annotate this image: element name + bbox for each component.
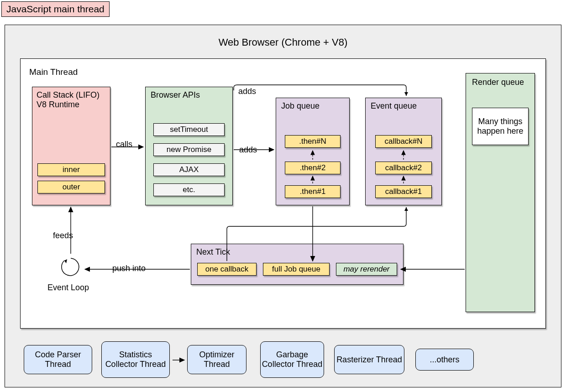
text: one callback bbox=[205, 265, 249, 274]
text: etc. bbox=[183, 185, 195, 194]
api-settimeout: setTimeout bbox=[153, 123, 225, 136]
svg-marker-0 bbox=[64, 259, 67, 263]
api-new-promise: new Promise bbox=[153, 143, 225, 156]
text: full Job queue bbox=[272, 265, 320, 274]
edge-calls: calls bbox=[116, 140, 132, 149]
api-etc: etc. bbox=[153, 183, 225, 196]
text: .then#N bbox=[299, 137, 326, 146]
thread-gc: Garbage Collector Thread bbox=[260, 341, 324, 378]
thread-rasterizer: Rasterizer Thread bbox=[334, 345, 404, 374]
text: callback#1 bbox=[385, 187, 422, 196]
text: .then#1 bbox=[300, 187, 326, 196]
job-item-n: .then#N bbox=[285, 135, 341, 148]
text: AJAX bbox=[179, 165, 199, 174]
browser-title: Web Browser (Chrome + V8) bbox=[0, 37, 566, 48]
call-stack-item-inner: inner bbox=[37, 163, 105, 176]
call-stack-title: Call Stack (LIFO) V8 Runtime bbox=[37, 90, 100, 110]
thread-optimizer: Optimizer Thread bbox=[187, 345, 246, 374]
text: inner bbox=[63, 165, 80, 174]
thread-code-parser: Code Parser Thread bbox=[24, 345, 92, 374]
text: setTimeout bbox=[170, 125, 208, 134]
thread-others: ...others bbox=[415, 349, 474, 371]
thread-stats-collector: Statistics Collector Thread bbox=[101, 341, 170, 378]
job-queue-title: Job queue bbox=[281, 101, 320, 111]
edge-adds2: adds bbox=[238, 87, 256, 96]
event-queue-title: Event queue bbox=[371, 101, 417, 111]
main-thread-label: Main Thread bbox=[29, 67, 78, 77]
event-item-1: callback#1 bbox=[375, 185, 432, 198]
job-item-2: .then#2 bbox=[285, 162, 341, 174]
render-queue-title: Render queue bbox=[472, 78, 524, 87]
page-title: JavaScript main thread bbox=[1, 1, 110, 17]
api-ajax: AJAX bbox=[153, 163, 225, 176]
event-loop-icon bbox=[59, 256, 82, 278]
edge-feeds: feeds bbox=[53, 231, 73, 240]
call-stack-item-outer: outer bbox=[37, 181, 105, 193]
diagram-canvas: JavaScript main thread Web Browser (Chro… bbox=[0, 0, 566, 392]
next-tick-one-callback: one callback bbox=[197, 263, 257, 276]
render-queue-note: Many things happen here bbox=[472, 108, 529, 145]
text: outer bbox=[63, 183, 80, 192]
next-tick-rerender: may rerender bbox=[336, 263, 397, 276]
job-item-1: .then#1 bbox=[285, 185, 341, 198]
event-item-n: callback#N bbox=[375, 135, 432, 148]
text: callback#N bbox=[384, 137, 422, 146]
browser-apis-title: Browser APIs bbox=[151, 90, 200, 100]
text: .then#2 bbox=[300, 163, 326, 172]
event-item-2: callback#2 bbox=[375, 162, 432, 174]
event-loop-label: Event Loop bbox=[47, 283, 89, 293]
edge-push-into: push into bbox=[112, 264, 146, 273]
text: new Promise bbox=[167, 145, 211, 154]
next-tick-full-job: full Job queue bbox=[263, 263, 330, 276]
text: may rerender bbox=[343, 265, 389, 274]
text: callback#2 bbox=[385, 163, 422, 172]
next-tick-title: Next Tick bbox=[196, 247, 230, 257]
edge-adds1: adds bbox=[239, 145, 257, 155]
